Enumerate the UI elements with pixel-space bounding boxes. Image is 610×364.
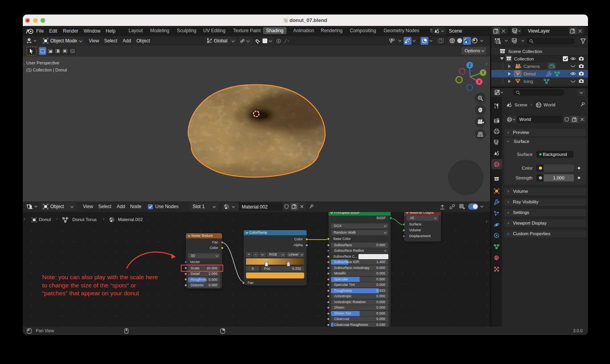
svg-text:X: X [478, 80, 481, 84]
svg-text:Y: Y [482, 71, 485, 75]
svg-text:Z: Z [469, 63, 471, 68]
